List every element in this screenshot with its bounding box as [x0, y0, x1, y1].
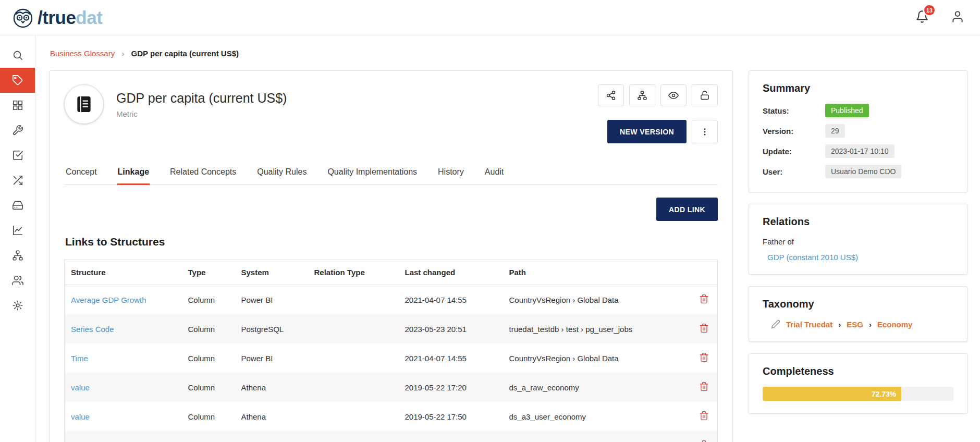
col-relation-type: Relation Type: [308, 260, 399, 285]
trash-icon: [699, 352, 709, 362]
related-concept-link[interactable]: GDP (constant 2010 US$): [767, 253, 858, 262]
sidebar-item-tools[interactable]: [0, 118, 35, 143]
shuffle-icon: [12, 175, 23, 186]
trash-icon: [699, 411, 709, 421]
trash-icon: [699, 323, 709, 333]
structure-link[interactable]: Time: [71, 354, 88, 363]
user-menu-button[interactable]: [951, 10, 964, 25]
delete-link-button[interactable]: [698, 380, 710, 394]
user-badge: Usuario Demo CDO: [825, 165, 901, 178]
cell-relation-type: [308, 402, 399, 431]
status-badge: Published: [825, 104, 869, 117]
main-content: Business Glossary › GDP per capita (curr…: [35, 35, 980, 442]
share-icon: [606, 90, 616, 101]
sidebar-item-lineage[interactable]: [0, 168, 35, 193]
delete-link-button[interactable]: [698, 293, 710, 306]
top-bar: /truedat 13: [0, 0, 980, 35]
trash-icon: [699, 382, 709, 391]
new-version-button[interactable]: NEW VERSION: [607, 120, 687, 143]
cell-type: Column: [182, 402, 235, 431]
breadcrumb-business-glossary[interactable]: Business Glossary: [50, 49, 115, 58]
sidebar-item-users[interactable]: [0, 268, 35, 293]
structure-link[interactable]: Average GDP Growth: [71, 296, 146, 304]
users-icon: [12, 275, 23, 286]
concept-tabs: Concept Linkage Related Concepts Quality…: [64, 161, 718, 185]
confidentiality-button[interactable]: [692, 84, 718, 106]
taxonomy-separator: ›: [869, 320, 872, 329]
cell-path: ds_a_raw_economy: [503, 373, 691, 402]
notification-badge: 13: [924, 5, 935, 15]
sidebar-item-dashboards[interactable]: [0, 93, 35, 118]
structure-view-button[interactable]: [629, 84, 655, 106]
delete-link-button[interactable]: [698, 322, 710, 336]
sitemap-icon: [637, 90, 647, 101]
taxonomy-link-leaf[interactable]: Economy: [877, 320, 913, 329]
cell-relation-type: [308, 373, 399, 402]
brand-name-light: dat: [76, 7, 102, 28]
tab-history[interactable]: History: [437, 161, 464, 185]
concept-action-iconbar: [598, 84, 718, 106]
notifications-button[interactable]: 13: [915, 10, 929, 25]
cell-relation-type: [308, 343, 399, 373]
cell-system: PostgreSQL: [235, 314, 308, 343]
sidebar-item-structures[interactable]: [0, 243, 35, 268]
structure-link[interactable]: value: [71, 383, 90, 392]
cell-relation-type: [308, 314, 399, 343]
col-structure: Structure: [65, 260, 182, 285]
delete-link-button[interactable]: [698, 410, 710, 423]
taxonomy-link-domain[interactable]: Trial Truedat: [786, 320, 832, 329]
table-row: Time Column Power BI 2021-04-07 14:55 Co…: [65, 343, 718, 373]
cell-path: CountryVsRegion › Global Data: [503, 343, 691, 373]
wrench-icon: [12, 125, 23, 136]
kebab-icon: [700, 127, 709, 137]
tab-concept[interactable]: Concept: [65, 161, 97, 185]
taxonomy-link-subdomain[interactable]: ESG: [847, 320, 863, 329]
table-header-row: Structure Type System Relation Type Last…: [65, 260, 718, 285]
cell-last-changed: 2021-04-07 14:55: [399, 285, 503, 315]
table-row: Series Code Column PostgreSQL 2023-05-23…: [65, 314, 718, 343]
truedat-logo[interactable]: /truedat: [11, 6, 102, 29]
cell-last-changed: 2021-04-07 14:55: [399, 343, 503, 373]
watch-button[interactable]: [660, 84, 687, 106]
links-section-title: Links to Structures: [65, 236, 718, 248]
cell-last-changed: 2023-05-23 20:51: [399, 314, 503, 343]
cell-path: ds_a3_user_economy: [503, 402, 691, 431]
tab-related-concepts[interactable]: Related Concepts: [169, 161, 237, 185]
sidebar-item-data-sources[interactable]: [0, 193, 35, 218]
sitemap-icon: [12, 250, 23, 261]
structure-link[interactable]: value: [71, 412, 90, 421]
more-options-button[interactable]: [692, 120, 718, 143]
tab-linkage[interactable]: Linkage: [117, 161, 150, 185]
cell-relation-type: [308, 285, 399, 315]
cell-type: Column: [182, 343, 235, 373]
gear-icon: [12, 300, 23, 311]
grid-icon: [12, 100, 23, 111]
cell-system: Athena: [235, 402, 308, 431]
tag-icon: [12, 75, 23, 86]
delete-link-button[interactable]: [698, 439, 710, 442]
sidebar-item-stats[interactable]: [0, 218, 35, 243]
structure-link[interactable]: Series Code: [71, 325, 114, 334]
right-sidebar: Summary Status: Published Version: 29 Up…: [749, 70, 967, 414]
add-link-button[interactable]: ADD LINK: [656, 198, 718, 221]
tab-audit[interactable]: Audit: [484, 161, 504, 185]
hard-drive-icon: [12, 200, 23, 211]
taxonomy-title: Taxonomy: [763, 298, 953, 310]
sidebar-item-search[interactable]: [0, 43, 35, 68]
share-button[interactable]: [598, 84, 624, 106]
cell-relation-type: Master Relation: [308, 431, 399, 442]
col-last-changed: Last changed: [399, 260, 503, 285]
tab-quality-rules[interactable]: Quality Rules: [256, 161, 307, 185]
cell-path: CountryVsRegion › Global Data: [503, 285, 691, 315]
line-chart-icon: [12, 225, 23, 236]
breadcrumb: Business Glossary › GDP per capita (curr…: [50, 49, 967, 58]
col-actions: [691, 260, 718, 285]
delete-link-button[interactable]: [698, 351, 710, 365]
cell-system: Athena: [235, 373, 308, 402]
sidebar-item-settings[interactable]: [0, 293, 35, 318]
pencil-icon[interactable]: [771, 320, 780, 329]
tab-quality-implementations[interactable]: Quality Implementations: [327, 161, 418, 185]
sidebar-item-quality[interactable]: [0, 143, 35, 168]
sidebar-item-glossary[interactable]: [0, 68, 35, 93]
concept-card: GDP per capita (current US$) Metric: [49, 70, 733, 442]
